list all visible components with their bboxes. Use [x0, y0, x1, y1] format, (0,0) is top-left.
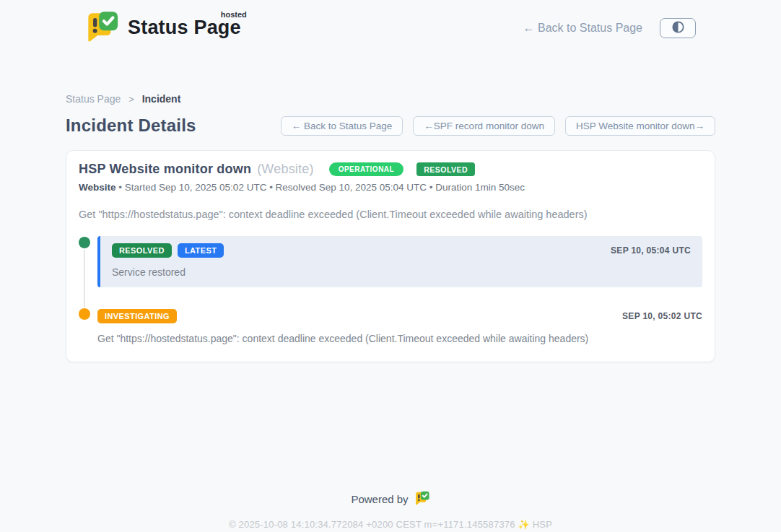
timeline-entry-investigating: INVESTIGATING SEP 10, 05:02 UTC Get "htt…: [79, 308, 702, 344]
powered-by-label: Powered by: [351, 493, 408, 505]
title-row: Incident Details ← Back to Status Page ←…: [66, 115, 715, 136]
statuspage-logo-icon: [85, 10, 120, 45]
next-incident-button[interactable]: HSP Website monitor down→: [565, 116, 715, 136]
operational-status-badge: OPERATIONAL: [329, 162, 404, 176]
breadcrumb-incident: Incident: [142, 93, 181, 105]
incident-timeline: RESOLVED LATEST SEP 10, 05:04 UTC Servic…: [79, 236, 702, 344]
main-content: Status Page > Incident Incident Details …: [66, 93, 715, 362]
timeline-entry-highlight-box: RESOLVED LATEST SEP 10, 05:04 UTC Servic…: [97, 236, 702, 287]
resolved-badge: RESOLVED: [112, 243, 172, 258]
incident-nav-buttons: ← Back to Status Page ←SPF record monito…: [281, 116, 715, 136]
theme-toggle-button[interactable]: [660, 18, 696, 38]
breadcrumb: Status Page > Incident: [66, 93, 715, 105]
statuspage-mini-logo-icon: [414, 491, 430, 507]
incident-card: HSP Website monitor down (Website) OPERA…: [66, 150, 715, 362]
timeline-entry-badges: INVESTIGATING: [97, 309, 177, 323]
investigating-badge: INVESTIGATING: [97, 309, 177, 323]
timeline-entry-timestamp: SEP 10, 05:04 UTC: [611, 245, 691, 256]
brand-superscript: hosted: [221, 10, 247, 19]
incident-title: HSP Website monitor down: [79, 162, 251, 177]
page-title: Incident Details: [66, 115, 196, 136]
incident-description: Get "https://hostedstatus.page": context…: [79, 209, 702, 220]
resolved-status-badge: RESOLVED: [416, 162, 475, 177]
timeline-entry-message: Service restored: [112, 266, 691, 278]
breadcrumb-status-page[interactable]: Status Page: [66, 93, 121, 105]
app-logo[interactable]: Status Page hosted: [85, 10, 243, 45]
previous-incident-button[interactable]: ←SPF record monitor down: [413, 116, 555, 136]
incident-card-header: HSP Website monitor down (Website) OPERA…: [79, 162, 702, 177]
footer: Powered by © 2025-10-08 14:10:34.772084 …: [0, 491, 781, 530]
back-to-status-page-button[interactable]: ← Back to Status Page: [281, 116, 403, 136]
incident-meta-component: Website: [79, 182, 116, 193]
timeline-entry-message: Get "https://hostedstatus.page": context…: [97, 333, 702, 344]
timeline-entry-badges: RESOLVED LATEST: [112, 243, 224, 258]
brand-name: Status Page hosted: [128, 17, 243, 39]
latest-badge: LATEST: [178, 243, 224, 258]
copyright-text: © 2025-10-08 14:10:34.772084 +0200 CEST …: [0, 519, 781, 530]
header-back-link[interactable]: ← Back to Status Page: [523, 22, 642, 35]
incident-component: (Website): [257, 162, 314, 177]
timeline-entry-resolved: RESOLVED LATEST SEP 10, 05:04 UTC Servic…: [79, 236, 702, 287]
powered-by-link[interactable]: Powered by: [351, 491, 429, 507]
contrast-half-circle-icon: [672, 21, 684, 35]
breadcrumb-separator: >: [128, 94, 134, 105]
incident-meta-details: • Started Sep 10, 2025 05:02 UTC • Resol…: [118, 182, 525, 193]
timeline-dot-resolved-icon: [79, 237, 90, 248]
timeline-connector-line: [84, 247, 85, 309]
incident-meta: Website • Started Sep 10, 2025 05:02 UTC…: [79, 182, 702, 193]
timeline-entry-timestamp: SEP 10, 05:02 UTC: [622, 311, 702, 321]
header-actions: ← Back to Status Page: [523, 18, 696, 38]
header: Status Page hosted ← Back to Status Page: [85, 0, 696, 45]
timeline-dot-investigating-icon: [79, 308, 90, 320]
